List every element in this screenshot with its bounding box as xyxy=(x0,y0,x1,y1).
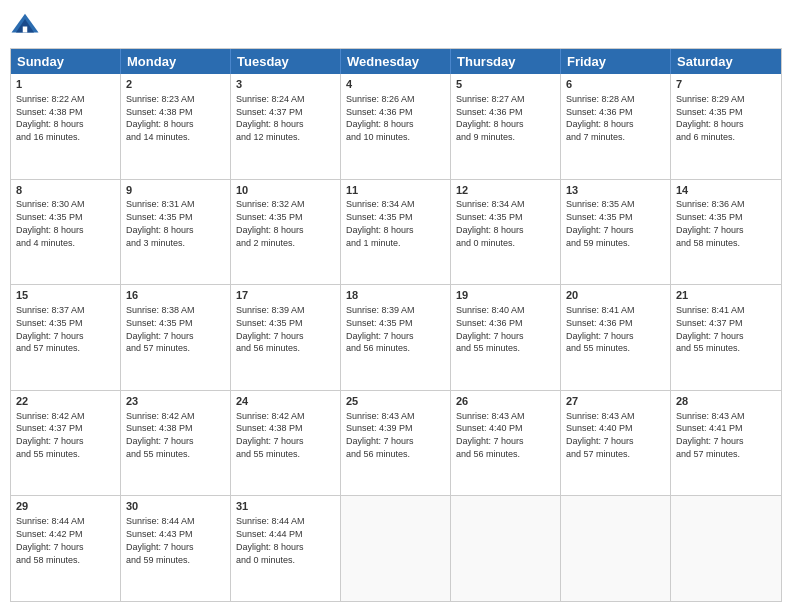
header-day-wednesday: Wednesday xyxy=(341,49,451,74)
cell-text: Sunrise: 8:35 AM Sunset: 4:35 PM Dayligh… xyxy=(566,199,635,247)
calendar-body: 1Sunrise: 8:22 AM Sunset: 4:38 PM Daylig… xyxy=(11,74,781,601)
day-number: 25 xyxy=(346,394,445,409)
svg-rect-2 xyxy=(23,27,28,33)
cell-text: Sunrise: 8:34 AM Sunset: 4:35 PM Dayligh… xyxy=(456,199,525,247)
cell-text: Sunrise: 8:44 AM Sunset: 4:42 PM Dayligh… xyxy=(16,516,85,564)
day-number: 20 xyxy=(566,288,665,303)
header-day-thursday: Thursday xyxy=(451,49,561,74)
cal-cell: 2Sunrise: 8:23 AM Sunset: 4:38 PM Daylig… xyxy=(121,74,231,179)
cal-cell: 19Sunrise: 8:40 AM Sunset: 4:36 PM Dayli… xyxy=(451,285,561,390)
cell-text: Sunrise: 8:43 AM Sunset: 4:41 PM Dayligh… xyxy=(676,411,745,459)
day-number: 28 xyxy=(676,394,776,409)
day-number: 26 xyxy=(456,394,555,409)
header-day-monday: Monday xyxy=(121,49,231,74)
calendar-header: SundayMondayTuesdayWednesdayThursdayFrid… xyxy=(11,49,781,74)
day-number: 12 xyxy=(456,183,555,198)
day-number: 18 xyxy=(346,288,445,303)
day-number: 31 xyxy=(236,499,335,514)
cell-text: Sunrise: 8:38 AM Sunset: 4:35 PM Dayligh… xyxy=(126,305,195,353)
cal-cell: 28Sunrise: 8:43 AM Sunset: 4:41 PM Dayli… xyxy=(671,391,781,496)
day-number: 8 xyxy=(16,183,115,198)
cell-text: Sunrise: 8:27 AM Sunset: 4:36 PM Dayligh… xyxy=(456,94,525,142)
cal-cell: 14Sunrise: 8:36 AM Sunset: 4:35 PM Dayli… xyxy=(671,180,781,285)
cell-text: Sunrise: 8:40 AM Sunset: 4:36 PM Dayligh… xyxy=(456,305,525,353)
cell-text: Sunrise: 8:30 AM Sunset: 4:35 PM Dayligh… xyxy=(16,199,85,247)
day-number: 3 xyxy=(236,77,335,92)
day-number: 10 xyxy=(236,183,335,198)
cell-text: Sunrise: 8:41 AM Sunset: 4:36 PM Dayligh… xyxy=(566,305,635,353)
day-number: 15 xyxy=(16,288,115,303)
cal-cell: 6Sunrise: 8:28 AM Sunset: 4:36 PM Daylig… xyxy=(561,74,671,179)
day-number: 1 xyxy=(16,77,115,92)
cell-text: Sunrise: 8:43 AM Sunset: 4:40 PM Dayligh… xyxy=(566,411,635,459)
cell-text: Sunrise: 8:34 AM Sunset: 4:35 PM Dayligh… xyxy=(346,199,415,247)
header-day-sunday: Sunday xyxy=(11,49,121,74)
cell-text: Sunrise: 8:23 AM Sunset: 4:38 PM Dayligh… xyxy=(126,94,195,142)
cal-cell: 5Sunrise: 8:27 AM Sunset: 4:36 PM Daylig… xyxy=(451,74,561,179)
cal-cell: 31Sunrise: 8:44 AM Sunset: 4:44 PM Dayli… xyxy=(231,496,341,601)
cal-cell: 9Sunrise: 8:31 AM Sunset: 4:35 PM Daylig… xyxy=(121,180,231,285)
cell-text: Sunrise: 8:29 AM Sunset: 4:35 PM Dayligh… xyxy=(676,94,745,142)
header-day-saturday: Saturday xyxy=(671,49,781,74)
cal-cell: 4Sunrise: 8:26 AM Sunset: 4:36 PM Daylig… xyxy=(341,74,451,179)
day-number: 6 xyxy=(566,77,665,92)
cell-text: Sunrise: 8:44 AM Sunset: 4:44 PM Dayligh… xyxy=(236,516,305,564)
cal-cell: 22Sunrise: 8:42 AM Sunset: 4:37 PM Dayli… xyxy=(11,391,121,496)
cal-cell: 30Sunrise: 8:44 AM Sunset: 4:43 PM Dayli… xyxy=(121,496,231,601)
cal-row-3: 15Sunrise: 8:37 AM Sunset: 4:35 PM Dayli… xyxy=(11,284,781,390)
cell-text: Sunrise: 8:37 AM Sunset: 4:35 PM Dayligh… xyxy=(16,305,85,353)
cell-text: Sunrise: 8:22 AM Sunset: 4:38 PM Dayligh… xyxy=(16,94,85,142)
cell-text: Sunrise: 8:31 AM Sunset: 4:35 PM Dayligh… xyxy=(126,199,195,247)
day-number: 17 xyxy=(236,288,335,303)
cal-cell: 29Sunrise: 8:44 AM Sunset: 4:42 PM Dayli… xyxy=(11,496,121,601)
day-number: 14 xyxy=(676,183,776,198)
cell-text: Sunrise: 8:36 AM Sunset: 4:35 PM Dayligh… xyxy=(676,199,745,247)
cal-cell: 11Sunrise: 8:34 AM Sunset: 4:35 PM Dayli… xyxy=(341,180,451,285)
logo-icon xyxy=(10,10,40,40)
day-number: 21 xyxy=(676,288,776,303)
cell-text: Sunrise: 8:44 AM Sunset: 4:43 PM Dayligh… xyxy=(126,516,195,564)
day-number: 23 xyxy=(126,394,225,409)
calendar: SundayMondayTuesdayWednesdayThursdayFrid… xyxy=(10,48,782,602)
cell-text: Sunrise: 8:42 AM Sunset: 4:37 PM Dayligh… xyxy=(16,411,85,459)
day-number: 30 xyxy=(126,499,225,514)
cal-cell: 7Sunrise: 8:29 AM Sunset: 4:35 PM Daylig… xyxy=(671,74,781,179)
day-number: 27 xyxy=(566,394,665,409)
day-number: 11 xyxy=(346,183,445,198)
cal-cell: 12Sunrise: 8:34 AM Sunset: 4:35 PM Dayli… xyxy=(451,180,561,285)
cal-cell: 8Sunrise: 8:30 AM Sunset: 4:35 PM Daylig… xyxy=(11,180,121,285)
cell-text: Sunrise: 8:42 AM Sunset: 4:38 PM Dayligh… xyxy=(236,411,305,459)
cell-text: Sunrise: 8:39 AM Sunset: 4:35 PM Dayligh… xyxy=(236,305,305,353)
page: SundayMondayTuesdayWednesdayThursdayFrid… xyxy=(0,0,792,612)
cal-row-2: 8Sunrise: 8:30 AM Sunset: 4:35 PM Daylig… xyxy=(11,179,781,285)
cal-cell: 26Sunrise: 8:43 AM Sunset: 4:40 PM Dayli… xyxy=(451,391,561,496)
day-number: 4 xyxy=(346,77,445,92)
cal-cell xyxy=(451,496,561,601)
cal-cell: 10Sunrise: 8:32 AM Sunset: 4:35 PM Dayli… xyxy=(231,180,341,285)
cell-text: Sunrise: 8:43 AM Sunset: 4:39 PM Dayligh… xyxy=(346,411,415,459)
cal-cell: 17Sunrise: 8:39 AM Sunset: 4:35 PM Dayli… xyxy=(231,285,341,390)
cell-text: Sunrise: 8:24 AM Sunset: 4:37 PM Dayligh… xyxy=(236,94,305,142)
cell-text: Sunrise: 8:41 AM Sunset: 4:37 PM Dayligh… xyxy=(676,305,745,353)
cal-cell: 24Sunrise: 8:42 AM Sunset: 4:38 PM Dayli… xyxy=(231,391,341,496)
cal-cell: 18Sunrise: 8:39 AM Sunset: 4:35 PM Dayli… xyxy=(341,285,451,390)
header-day-tuesday: Tuesday xyxy=(231,49,341,74)
cal-cell xyxy=(561,496,671,601)
cal-cell xyxy=(341,496,451,601)
cal-cell: 23Sunrise: 8:42 AM Sunset: 4:38 PM Dayli… xyxy=(121,391,231,496)
day-number: 7 xyxy=(676,77,776,92)
cal-cell: 20Sunrise: 8:41 AM Sunset: 4:36 PM Dayli… xyxy=(561,285,671,390)
header-day-friday: Friday xyxy=(561,49,671,74)
cal-row-4: 22Sunrise: 8:42 AM Sunset: 4:37 PM Dayli… xyxy=(11,390,781,496)
cell-text: Sunrise: 8:42 AM Sunset: 4:38 PM Dayligh… xyxy=(126,411,195,459)
cal-cell: 25Sunrise: 8:43 AM Sunset: 4:39 PM Dayli… xyxy=(341,391,451,496)
cal-cell: 21Sunrise: 8:41 AM Sunset: 4:37 PM Dayli… xyxy=(671,285,781,390)
cal-row-5: 29Sunrise: 8:44 AM Sunset: 4:42 PM Dayli… xyxy=(11,495,781,601)
cal-cell: 3Sunrise: 8:24 AM Sunset: 4:37 PM Daylig… xyxy=(231,74,341,179)
cell-text: Sunrise: 8:26 AM Sunset: 4:36 PM Dayligh… xyxy=(346,94,415,142)
cal-row-1: 1Sunrise: 8:22 AM Sunset: 4:38 PM Daylig… xyxy=(11,74,781,179)
cal-cell xyxy=(671,496,781,601)
cal-cell: 13Sunrise: 8:35 AM Sunset: 4:35 PM Dayli… xyxy=(561,180,671,285)
day-number: 13 xyxy=(566,183,665,198)
cell-text: Sunrise: 8:39 AM Sunset: 4:35 PM Dayligh… xyxy=(346,305,415,353)
